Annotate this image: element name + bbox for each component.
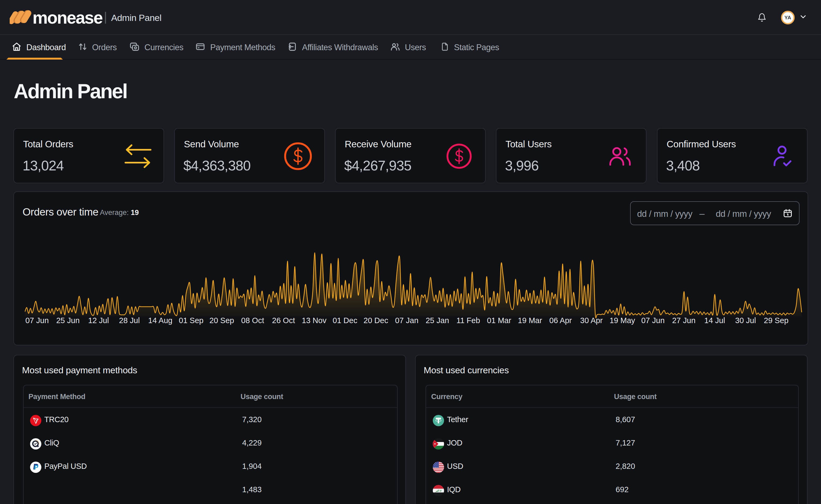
svg-text:28 Jul: 28 Jul <box>119 316 140 325</box>
svg-text:01 Mar: 01 Mar <box>487 316 512 325</box>
svg-text:11 Feb: 11 Feb <box>457 316 480 325</box>
svg-text:20 Sep: 20 Sep <box>209 316 234 325</box>
svg-text:01 Dec: 01 Dec <box>333 316 357 325</box>
svg-text:26 Oct: 26 Oct <box>272 316 295 325</box>
svg-text:لا اكبر: لا اكبر <box>435 490 442 492</box>
svg-text:25 Jan: 25 Jan <box>426 316 449 325</box>
svg-text:07 Jun: 07 Jun <box>25 316 49 325</box>
svg-text:20 Dec: 20 Dec <box>363 316 388 325</box>
svg-text:08 Oct: 08 Oct <box>241 316 264 325</box>
svg-text:19 Mar: 19 Mar <box>518 316 542 325</box>
svg-text:14 Aug: 14 Aug <box>148 316 172 325</box>
svg-text:19 May: 19 May <box>610 316 635 325</box>
svg-text:06 Apr: 06 Apr <box>549 316 572 325</box>
svg-text:13 Nov: 13 Nov <box>302 316 326 325</box>
svg-text:25 Jun: 25 Jun <box>56 316 79 325</box>
svg-text:07 Jun: 07 Jun <box>641 316 665 325</box>
svg-text:01 Sep: 01 Sep <box>179 316 203 325</box>
svg-text:30 Apr: 30 Apr <box>580 316 603 325</box>
svg-text:14 Jul: 14 Jul <box>704 316 725 325</box>
svg-text:30 Jul: 30 Jul <box>735 316 756 325</box>
svg-text:07 Jan: 07 Jan <box>395 316 418 325</box>
svg-text:29 Sep: 29 Sep <box>764 316 789 325</box>
svg-text:27 Jun: 27 Jun <box>672 316 695 325</box>
svg-text:12 Jul: 12 Jul <box>88 316 109 325</box>
